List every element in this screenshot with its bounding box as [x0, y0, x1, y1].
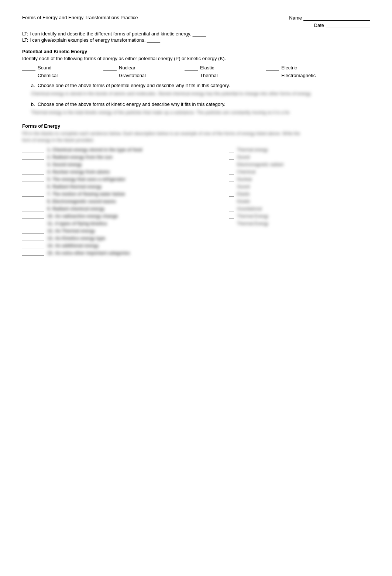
forms-list-row-1: 1. Chemical energy stored in the type of…	[22, 147, 370, 152]
forms-list-left-12: 12. An Thermal energy	[22, 228, 229, 234]
blank-elastic[interactable]	[185, 65, 198, 70]
forms-right-g: Elastic	[237, 192, 250, 197]
forms-item-15-num: 15.	[47, 251, 54, 256]
forms-right-h: Kinetic	[237, 199, 250, 204]
date-field[interactable]	[326, 22, 370, 28]
name-date-block: Name Date	[289, 15, 370, 28]
label-chemical: Chemical	[38, 73, 58, 78]
forms-right-f: Sound	[237, 184, 250, 189]
forms-list-row-3: 3. Sound energy Electromagnetic radiant	[22, 162, 370, 167]
forms-right-d: Chemical	[237, 169, 255, 175]
forms-item-5-text: The energy that uses a refrigerator	[52, 177, 125, 182]
forms-item-14-text: An additional energy	[55, 243, 99, 248]
potential-kinetic-section: Potential and Kinetic Energy Identify ea…	[22, 49, 370, 78]
forms-item-3-text: Sound energy	[52, 162, 82, 167]
forms-section-title: Forms of Energy	[22, 123, 370, 129]
forms-list-right-d: Chemical	[229, 169, 370, 175]
forms-item-13-text: An Kinetics energy type	[55, 236, 106, 241]
forms-right-i: Gravitational	[237, 206, 262, 211]
forms-list-left-10: 10. An radioactive energy change	[22, 214, 229, 219]
question-a-block: a. Choose one of the above forms of pote…	[31, 83, 370, 97]
blank-sound[interactable]	[22, 65, 35, 70]
forms-list-right-a: Thermal energy	[229, 147, 370, 152]
question-a-line: a. Choose one of the above forms of pote…	[31, 83, 370, 88]
forms-right-a: Thermal energy	[237, 147, 268, 152]
num-blank-6	[22, 184, 44, 189]
blank-electric[interactable]	[266, 65, 279, 70]
forms-list-right-g: Elastic	[229, 192, 370, 197]
blank-nuclear[interactable]	[103, 65, 117, 70]
num-blank-3	[22, 162, 44, 167]
forms-list-row-12: 12. An Thermal energy	[22, 228, 370, 234]
num-blank-8	[22, 199, 44, 204]
forms-right-k: Thermal Energy	[237, 221, 268, 226]
forms-item-3-num: 3.	[47, 162, 51, 167]
forms-list-left-7: 7. The motion of flowing water below	[22, 192, 229, 197]
label-sound: Sound	[38, 65, 52, 70]
forms-item-9-num: 9.	[47, 206, 51, 211]
label-electric: Electric	[281, 65, 297, 70]
forms-list-left-2: 2. Radiant energy from the sun	[22, 155, 229, 160]
energy-item-electric: Electric	[266, 65, 347, 70]
forms-intro: Fill in the blanks to complete each sent…	[22, 130, 310, 144]
forms-list-left-15: 15. An extra other important categories	[22, 251, 229, 256]
energy-item-thermal: Thermal	[185, 73, 266, 78]
name-field[interactable]	[303, 15, 370, 21]
letter-blank-i	[229, 206, 234, 211]
lt-line-2: LT: I can give/explain examples of energ…	[22, 37, 370, 43]
forms-list-right-e: Nuclear	[229, 177, 370, 182]
blank-thermal[interactable]	[185, 73, 198, 78]
blank-gravitational[interactable]	[103, 73, 117, 78]
forms-list-right-c: Electromagnetic radiant	[229, 162, 370, 167]
forms-list-right-i: Gravitational	[229, 206, 370, 211]
label-electromagnetic: Electromagnetic	[281, 73, 316, 78]
forms-list-left-11: 11. A types of flying kinetica	[22, 221, 229, 226]
forms-list-left-14: 14. An additional energy	[22, 243, 229, 248]
forms-item-9-text: Radiant chemical energy	[52, 206, 104, 211]
forms-list-row-5: 5. The energy that uses a refrigerator N…	[22, 177, 370, 182]
num-blank-12	[22, 228, 44, 234]
date-label: Date	[314, 23, 324, 28]
num-blank-13	[22, 236, 44, 241]
num-blank-2	[22, 155, 44, 160]
letter-blank-g	[229, 192, 234, 197]
forms-item-15-text: An extra other important categories	[55, 251, 130, 256]
forms-list-right-j: Thermal Energy	[229, 214, 370, 219]
num-blank-1	[22, 147, 44, 152]
question-b-answer: Thermal energy is the total kinetic ener…	[31, 109, 289, 116]
blank-electromagnetic[interactable]	[266, 73, 279, 78]
forms-item-4-num: 4.	[47, 169, 51, 175]
blank-chemical[interactable]	[22, 73, 35, 78]
forms-list-right-k: Thermal Energy	[229, 221, 370, 226]
num-blank-7	[22, 192, 44, 197]
num-blank-9	[22, 206, 44, 211]
forms-item-7-num: 7.	[47, 192, 51, 197]
num-blank-11	[22, 221, 44, 226]
label-nuclear: Nuclear	[119, 65, 135, 70]
num-blank-15	[22, 251, 44, 256]
letter-blank-d	[229, 169, 234, 175]
num-blank-5	[22, 177, 44, 182]
question-a-text: Choose one of the above forms of potenti…	[38, 83, 230, 88]
section-title-pk: Potential and Kinetic Energy	[22, 49, 370, 54]
energy-item-sound: Sound	[22, 65, 103, 70]
label-elastic: Elastic	[200, 65, 214, 70]
forms-item-2-num: 2.	[47, 155, 51, 160]
letter-blank-a	[229, 147, 234, 152]
letter-blank-k	[229, 221, 234, 226]
energy-item-elastic: Elastic	[185, 65, 266, 70]
section-desc-pk: Identify each of the following forms of …	[22, 56, 370, 61]
forms-list-left-1: 1. Chemical energy stored in the type of…	[22, 147, 229, 152]
forms-list: 1. Chemical energy stored in the type of…	[22, 147, 370, 256]
date-line: Date	[289, 22, 370, 28]
forms-list-left-3: 3. Sound energy	[22, 162, 229, 167]
forms-list-left-9: 9. Radiant chemical energy	[22, 206, 229, 211]
forms-list-row-2: 2. Radiant energy from the sun Sound	[22, 155, 370, 160]
forms-list-row-8: 8. Electromagnetic sound waves Kinetic	[22, 199, 370, 204]
forms-item-6-text: Radiant thermal energy	[52, 184, 102, 189]
forms-right-j: Thermal Energy	[237, 214, 268, 219]
forms-list-left-6: 6. Radiant thermal energy	[22, 184, 229, 189]
letter-blank-b	[229, 155, 234, 160]
forms-list-row-7: 7. The motion of flowing water below Ela…	[22, 192, 370, 197]
name-label: Name	[289, 15, 302, 21]
